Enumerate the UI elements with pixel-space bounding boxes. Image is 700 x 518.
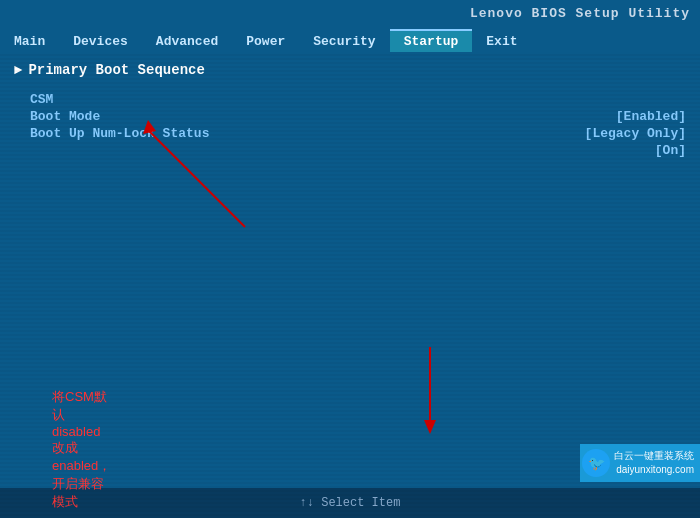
menu-tabs: Main Devices Advanced Power Security Sta… (0, 24, 700, 52)
section-header: ► Primary Boot Sequence (14, 62, 686, 78)
watermark-bird-icon: 🐦 (582, 449, 610, 477)
bios-title: Lenovo BIOS Setup Utility (470, 6, 690, 21)
watermark: 🐦 白云一键重装系统 daiyunxitong.com (580, 444, 700, 482)
section-arrow-icon: ► (14, 62, 22, 78)
setting-csm-label: CSM (30, 92, 53, 107)
tab-power[interactable]: Power (232, 31, 299, 52)
setting-numlock-label: Boot Up Num-Lock Status (30, 126, 209, 141)
setting-csm: CSM (30, 92, 686, 107)
bios-screen: Lenovo BIOS Setup Utility Main Devices A… (0, 0, 700, 518)
tab-security[interactable]: Security (299, 31, 389, 52)
settings-list: CSM Boot Mode [Enabled] Boot Up Num-Lock… (14, 92, 686, 158)
tab-main[interactable]: Main (0, 31, 59, 52)
bottom-hint: ↑↓ Select Item (300, 496, 401, 510)
tab-devices[interactable]: Devices (59, 31, 142, 52)
setting-on-value: [On] (655, 143, 686, 158)
tab-exit[interactable]: Exit (472, 31, 531, 52)
tab-advanced[interactable]: Advanced (142, 31, 232, 52)
setting-on: [On] (30, 143, 686, 158)
menu-bar: Lenovo BIOS Setup Utility Main Devices A… (0, 0, 700, 52)
section-title: Primary Boot Sequence (28, 62, 204, 78)
setting-numlock: Boot Up Num-Lock Status [Legacy Only] (30, 126, 686, 141)
setting-numlock-value: [Legacy Only] (585, 126, 686, 141)
bottom-bar: ↑↓ Select Item (0, 488, 700, 518)
setting-boot-mode-value: [Enabled] (616, 109, 686, 124)
watermark-text: 白云一键重装系统 daiyunxitong.com (614, 449, 694, 477)
content-area: ► Primary Boot Sequence CSM Boot Mode [E… (0, 52, 700, 488)
tab-startup[interactable]: Startup (390, 29, 473, 52)
setting-boot-mode: Boot Mode [Enabled] (30, 109, 686, 124)
setting-boot-mode-label: Boot Mode (30, 109, 100, 124)
